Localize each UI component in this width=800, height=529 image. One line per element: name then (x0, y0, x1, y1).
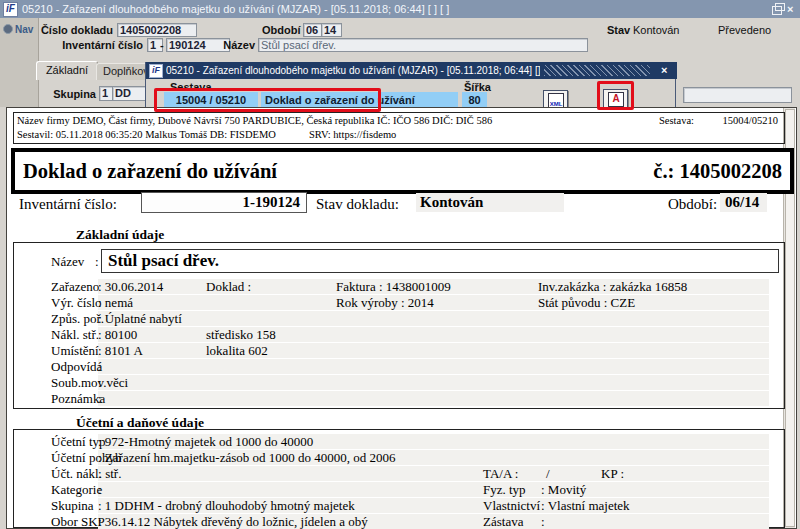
skupina-label: Skupina (52, 88, 96, 101)
close-window-icon[interactable]: × (787, 3, 793, 15)
app-logo-icon: iF (3, 2, 18, 17)
inventarni-separator: - (160, 39, 164, 52)
annotation-sestava-highlight (154, 88, 381, 112)
restore-window-icon[interactable] (772, 6, 782, 15)
popup-close-icon[interactable]: × (661, 64, 667, 76)
section-ucetni-title: Účetní a daňové údaje (76, 416, 204, 430)
row-odpovida: Odpovídá : (7, 359, 778, 374)
row-value: : 30.06.2014 (98, 279, 163, 294)
stav-label: Stav (607, 24, 630, 37)
row-soub-mov-veci: Soub.mov.věci : (7, 375, 778, 390)
section-zakladni-title: Základní údaje (76, 228, 164, 242)
row-label: Soub.mov.věci (51, 375, 128, 390)
nazev-label: Název (221, 39, 255, 52)
row-label: Způs. poř. (51, 311, 104, 326)
row-value: : (98, 359, 102, 374)
cislo-dokladu-label: Číslo dokladu (40, 24, 113, 37)
stav-dokladu-label: Stav dokladu: (316, 195, 399, 214)
row-zpus-por: Způs. poř. : Úplatné nabytí (7, 311, 778, 326)
popup-logo-icon: iF (149, 64, 163, 78)
window-title: 05210 - Zařazení dlouhodobého majetku do… (22, 3, 449, 16)
row-value: : nemá (98, 295, 133, 310)
cislo-dokladu-input[interactable]: 1405002208 (117, 23, 197, 37)
row-label: Zařazeno (51, 279, 99, 294)
inv-cislo-value: 1-190124 (141, 192, 307, 213)
row-umisteni: Umístění : 8101 A lokalita 602 (7, 343, 778, 358)
row-uct-nakl-str: Účt. nákl. stř. : TA/A : / KP : (7, 466, 778, 481)
row-bg (98, 343, 769, 358)
row-value: : (98, 391, 102, 406)
row-vlastnictvi-value: : Vlastní majetek (541, 498, 630, 513)
inventarni-cislo-label: Inventární číslo (48, 39, 143, 52)
row-bg (98, 327, 769, 342)
row-zastava-label: Zástava (483, 514, 523, 529)
nav-sidebar: Nav (0, 18, 39, 107)
nazev-value-box: Stůl psací dřev. (101, 249, 779, 273)
annotation-pdf-highlight (597, 81, 634, 110)
row-bg (98, 359, 769, 374)
obdobi-report-value: 06/14 (720, 193, 767, 212)
row-bg (98, 482, 769, 497)
prevedeno-label: Převedeno (718, 24, 771, 37)
report-title-bar: Doklad o zařazení do užívání č.: 1405002… (11, 148, 794, 194)
row-skupina: Skupina : 1 DDHM - drobný dlouhodobý hmo… (7, 498, 778, 513)
row-fyz-typ-label: Fyz. typ (483, 482, 526, 497)
popup-grip-pattern (544, 65, 650, 76)
row-value: : (98, 375, 102, 390)
row-mid: lokalita 602 (206, 343, 268, 358)
row-stat-puvodu: Stát původu : CZE (538, 295, 635, 310)
server-info: SRV: https://fisdemo (309, 128, 396, 141)
row-value: : Zařazení hm.majetku-zásob od 1000 do 4… (98, 450, 396, 465)
row-taa-label: TA/A : (483, 466, 518, 481)
report-header-box: Název firmy DEMO, Část firmy, Dubové Náv… (13, 112, 785, 144)
nazev-value-text: Stůl psací dřev. (102, 250, 778, 271)
row-bg (98, 466, 769, 481)
row-value: : 1 DDHM - drobný dlouhodobý hmotný maje… (98, 498, 355, 513)
nav-button[interactable]: Nav (1, 22, 35, 37)
row-vyr-cislo: Výr. číslo : nemá Rok výroby : 2014 Stát… (7, 295, 778, 310)
obdobi-month-input[interactable]: 06 (303, 23, 323, 37)
nazev-row-label: Název (51, 254, 84, 269)
row-label: Odpovídá (51, 359, 102, 374)
sestava-value: 15004/05210 (710, 114, 778, 127)
row-mid: Doklad : (206, 279, 251, 294)
row-label: Výr. číslo (51, 295, 102, 310)
sestava-label: Sestava: (659, 114, 694, 127)
nav-radio-icon (3, 24, 13, 34)
report-preview-window: Název firmy DEMO, Část firmy, Dubové Náv… (6, 107, 797, 529)
row-bg (98, 311, 769, 326)
row-fyz-typ-value: : Movitý (541, 482, 586, 497)
inv-cislo-label: Inventární číslo: (19, 195, 117, 214)
row-value: : Úplatné nabytí (98, 311, 182, 326)
sirka-value-cell[interactable]: 80 (462, 92, 487, 108)
row-label: Kategorie (51, 482, 102, 497)
row-kp-label: KP : (601, 466, 624, 481)
obdobi-year-input[interactable]: 14 (321, 23, 342, 37)
row-taa-value: / (546, 466, 550, 481)
compiled-by-line: Sestavil: 05.11.2018 06:35:20 Malkus Tom… (17, 128, 276, 141)
row-label: Skupina (51, 498, 94, 513)
skupina-name-input[interactable] (683, 87, 792, 103)
nazev-input[interactable]: Stůl psací dřev. (258, 38, 588, 52)
row-label: Účt. nákl. stř. (51, 466, 121, 481)
row-faktura: Faktura : 1438001009 (336, 279, 451, 294)
row-nakl-str: Nákl. stř. : 80100 středisko 158 (7, 327, 778, 342)
report-doc-number: č.: 1405002208 (653, 152, 782, 190)
row-value: : 36.14.12 Nábytek dřevěný do ložnic, jí… (98, 514, 368, 529)
company-header-line: Název firmy DEMO, Část firmy, Dubové Náv… (17, 114, 492, 127)
stav-dokladu-value: Kontován (416, 193, 564, 212)
row-label: Umístění (51, 343, 99, 358)
row-label: Nákl. stř. (51, 327, 99, 342)
tab-zakladni[interactable]: Základní (36, 61, 98, 80)
row-bg (98, 391, 769, 406)
row-obor-skp: Obor SKP : 36.14.12 Nábytek dřevěný do l… (7, 514, 778, 529)
nazev-colon: : (95, 254, 99, 269)
obdobi-label: Období (262, 24, 300, 37)
report-title: Doklad o zařazení do užívání (23, 152, 277, 190)
row-value: : (98, 482, 102, 497)
popup-titlebar: iF 05210 - Zařazení dlouhodobého majetku… (146, 62, 677, 79)
row-kategorie: Kategorie : Fyz. typ : Movitý (7, 482, 778, 497)
row-value: : (98, 466, 102, 481)
row-mid: středisko 158 (206, 327, 276, 342)
window-titlebar: iF 05210 - Zařazení dlouhodobého majetku… (0, 0, 800, 18)
